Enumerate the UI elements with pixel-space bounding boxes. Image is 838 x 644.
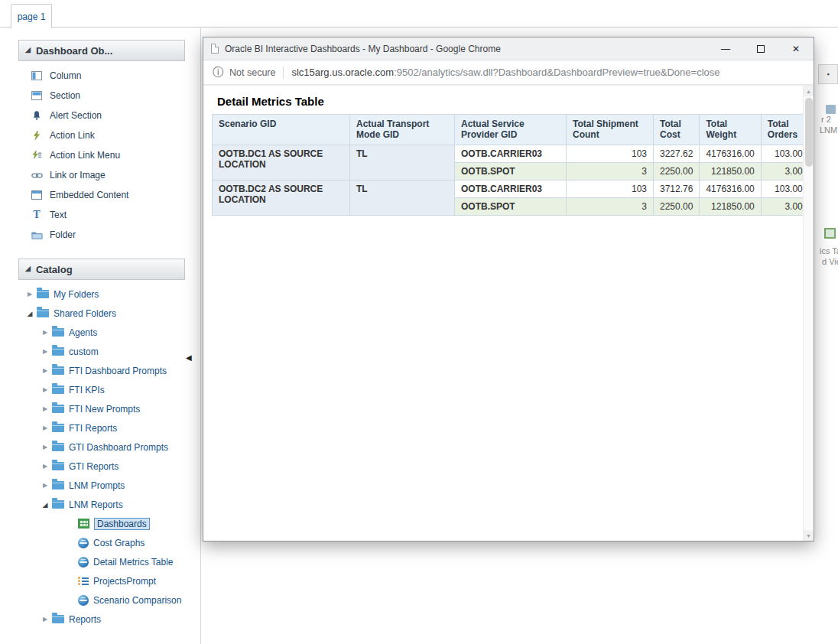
folder-icon [52,366,64,375]
object-item-section[interactable]: Section [18,86,185,106]
tree-item-projectsprompt[interactable]: ProjectsPrompt [18,571,185,590]
tab-page-1[interactable]: page 1 [11,4,52,28]
object-item-embedded-content[interactable]: Embedded Content [18,185,185,205]
address-bar[interactable]: ⓘ Not secure slc15arg.us.oracle.com:9502… [203,60,814,85]
tree-item-fti-kpis[interactable]: ▶ FTI KPIs [18,380,185,399]
occluded-text-fragment: LNM [820,125,837,135]
tree-item-gti-reports[interactable]: ▶ GTI Reports [18,457,185,476]
provider-cell: OOTB.CARRIER03 [455,181,567,198]
expand-icon[interactable]: ▶ [40,424,50,431]
scenario-cell: OOTB.DC1 AS SOURCE LOCATION [213,145,350,181]
maximize-button[interactable] [743,37,778,60]
tree-item-my-folders[interactable]: ▶ My Folders [18,285,185,304]
expand-icon[interactable]: ▶ [40,348,50,355]
expand-icon[interactable]: ▶ [40,482,50,489]
info-icon[interactable]: ⓘ [213,66,223,80]
expand-icon[interactable]: ▶ [40,444,50,450]
tree-item-shared-folders[interactable]: ◢ Shared Folders [18,304,185,323]
expand-icon[interactable]: ▶ [40,616,50,623]
report-title: Detail Metrics Table [217,95,814,108]
object-item-action-link[interactable]: Action Link [18,125,185,145]
expand-icon[interactable]: ▶ [40,386,50,393]
provider-cell: OOTB.CARRIER03 [455,145,567,163]
metric-cell: 121850.00 [700,163,761,181]
metric-cell: 3 [567,198,654,216]
link-image-icon [31,169,43,181]
folder-icon [52,328,64,337]
tree-item-gti-dashboard-prompts[interactable]: ▶ GTI Dashboard Prompts [18,437,185,457]
object-item-label: Action Link Menu [50,150,120,161]
occluded-icon-fragment [824,228,836,239]
tree-item-reports[interactable]: ▶ Reports [18,610,185,629]
occluded-text-fragment: r 2 [821,115,831,124]
scroll-down-icon[interactable]: ▼ [804,530,814,541]
occluded-panel-fragment: ▪ [818,64,838,84]
table-row: OOTB.DC2 AS SOURCE LOCATION TL OOTB.CARR… [213,181,810,198]
metric-cell: 3712.76 [654,181,700,198]
tree-item-custom[interactable]: ▶ custom [18,342,185,361]
folder-icon [52,385,64,394]
collapse-icon[interactable]: ◢ [24,310,35,317]
tree-item-detail-metrics-table[interactable]: Detail Metrics Table [18,552,185,571]
metric-cell: 3.00 [761,163,809,181]
object-item-folder[interactable]: Folder [18,225,185,245]
occluded-text-fragment: d Vie [822,257,838,266]
object-item-label: Text [50,210,67,220]
metric-cell: 3 [567,163,654,181]
tree-item-fti-dashboard-prompts[interactable]: ▶ FTI Dashboard Prompts [18,361,185,380]
tree-item-scenario-comparison[interactable]: Scenario Comparison [18,590,185,610]
page-document-icon [211,44,219,54]
collapse-icon: ◢ [25,265,31,272]
folder-icon [52,462,64,470]
table-header-row: Scenario GID Actual Transport Mode GID A… [213,115,810,145]
scrollbar-thumb[interactable] [805,98,813,167]
expand-icon[interactable]: ▶ [40,367,50,374]
expand-icon[interactable]: ▶ [40,463,50,470]
metric-cell: 2250.00 [654,198,700,216]
col-header-transport-mode: Actual Transport Mode GID [350,115,455,145]
occluded-icon-fragment [826,105,836,114]
tree-item-dashboards[interactable]: Dashboards [18,514,185,533]
window-scrollbar[interactable]: ▲ ▼ [803,86,814,541]
object-item-link-or-image[interactable]: Link or Image [18,165,185,185]
analysis-icon [78,538,89,548]
tree-item-fti-new-prompts[interactable]: ▶ FTI New Prompts [18,399,185,418]
window-titlebar[interactable]: Oracle BI Interactive Dashboards - My Da… [203,37,814,60]
tree-item-fti-reports[interactable]: ▶ FTI Reports [18,418,185,437]
dashboard-objects-header[interactable]: ◢ Dashboard Ob... [18,40,185,61]
tree-item-lnm-reports[interactable]: ◢ LNM Reports [18,495,185,514]
url-text[interactable]: slc15arg.us.oracle.com:9502/analytics/sa… [291,67,719,78]
collapse-icon[interactable]: ◢ [40,501,50,509]
url-path: :9502/analytics/saw.dll?Dashboard&Dashbo… [394,67,719,78]
scroll-up-icon[interactable]: ▲ [804,86,814,96]
minimize-button[interactable]: — [708,37,743,60]
security-label: Not secure [229,67,275,78]
metric-cell: 2250.00 [654,163,700,181]
folder-icon [52,347,64,356]
sidebar-collapse-handle[interactable]: ◀ [186,353,192,362]
tree-item-cost-graphs[interactable]: Cost Graphs [18,533,185,552]
object-item-action-link-menu[interactable]: Action Link Menu [18,145,185,165]
expand-icon[interactable]: ▶ [40,329,50,336]
prompt-icon [78,577,89,586]
tree-item-lnm-prompts[interactable]: ▶ LNM Prompts [18,476,185,495]
close-button[interactable]: ✕ [778,37,814,60]
catalog-header[interactable]: ◢ Catalog [18,259,185,280]
object-item-alert-section[interactable]: Alert Section [18,106,185,125]
object-item-label: Section [50,90,80,101]
object-item-column[interactable]: Column [18,66,185,86]
metric-cell: 103.00 [761,181,809,198]
section-icon [31,89,43,102]
folder-icon [52,500,64,509]
object-item-text[interactable]: T Text [18,205,185,225]
object-item-label: Action Link [50,130,95,141]
catalog-panel: ◢ Catalog ▶ My Folders ◢ Shared Folders … [18,259,185,629]
mode-cell: TL [350,145,455,181]
analysis-icon [78,557,89,568]
expand-icon[interactable]: ▶ [24,291,35,298]
window-controls: — ✕ [708,37,814,60]
col-header-scenario-gid: Scenario GID [213,115,350,145]
expand-icon[interactable]: ▶ [40,405,50,412]
browser-window: Oracle BI Interactive Dashboards - My Da… [203,37,814,542]
tree-item-agents[interactable]: ▶ Agents [18,323,185,342]
